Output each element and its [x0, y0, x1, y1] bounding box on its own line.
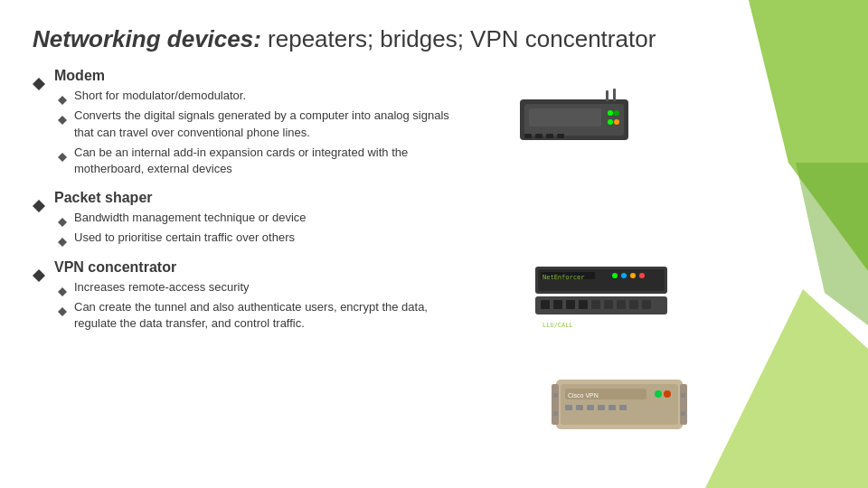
title-normal: repeaters; bridges; VPN concentrator [261, 25, 656, 52]
svg-rect-41 [598, 405, 605, 410]
svg-rect-43 [619, 405, 627, 410]
list-item: Can be an internal add-in expansion card… [58, 145, 835, 177]
section-modem: Modem Short for modulator/demodulator. C… [33, 68, 835, 179]
sub-bullet [58, 213, 67, 222]
svg-rect-12 [613, 89, 616, 101]
svg-rect-29 [629, 300, 638, 309]
sections-container: Modem Short for modulator/demodulator. C… [33, 68, 835, 333]
section-vpn-label: VPN concentrator [54, 259, 176, 276]
svg-rect-42 [609, 405, 616, 410]
svg-point-37 [664, 390, 671, 398]
svg-point-17 [612, 273, 618, 278]
section-modem-label: Modem [54, 68, 105, 84]
svg-rect-45 [680, 384, 687, 425]
list-item: Used to prioritise certain traffic over … [58, 230, 835, 246]
packet-shaper-sub-text-2: Used to prioritise certain traffic over … [74, 230, 295, 246]
modem-sub-text-3: Can be an internal add-in expansion card… [74, 145, 454, 177]
svg-rect-23 [553, 300, 562, 309]
svg-rect-44 [552, 384, 559, 425]
svg-rect-48 [681, 393, 685, 398]
section-modem-header: Modem [33, 68, 835, 84]
sub-bullet [58, 148, 67, 157]
svg-rect-22 [541, 300, 550, 309]
section-vpn-header: VPN concentrator [33, 259, 835, 276]
svg-rect-11 [606, 90, 609, 101]
svg-rect-27 [604, 300, 613, 309]
svg-text:Cisco VPN: Cisco VPN [568, 392, 599, 399]
svg-rect-10 [557, 134, 564, 138]
svg-rect-38 [565, 405, 572, 410]
svg-point-6 [614, 119, 619, 125]
svg-rect-30 [642, 300, 651, 309]
section-packet-shaper: Packet shaper Bandwidth management techn… [33, 190, 835, 248]
svg-point-18 [621, 273, 627, 278]
page-title: Networking devices: repeaters; bridges; … [33, 25, 835, 53]
modem-sub-items: Short for modulator/demodulator. Convert… [58, 88, 835, 179]
sub-bullet [58, 233, 67, 242]
packet-shaper-sub-text-1: Bandwidth management technique or device [74, 210, 307, 226]
svg-rect-39 [576, 405, 583, 410]
packet-shaper-sub-items: Bandwidth management technique or device… [58, 210, 835, 248]
section-vpn-concentrator: VPN concentrator Increases remote-access… [33, 259, 835, 334]
vpn-concentrator-image: Cisco VPN [552, 371, 687, 452]
svg-rect-24 [566, 300, 575, 309]
section-packet-shaper-header: Packet shaper [33, 190, 835, 206]
svg-point-20 [639, 273, 645, 278]
svg-rect-7 [524, 134, 532, 138]
svg-point-5 [608, 119, 613, 125]
svg-text:NetEnforcer: NetEnforcer [542, 274, 584, 281]
svg-rect-26 [591, 300, 600, 309]
svg-rect-2 [529, 108, 601, 127]
list-item: Converts the digital signals generated b… [58, 108, 835, 140]
modem-sub-text-1: Short for modulator/demodulator. [74, 88, 246, 104]
svg-point-19 [630, 273, 636, 278]
svg-rect-47 [553, 411, 558, 416]
vpn-sub-text-1: Increases remote-access security [74, 279, 250, 296]
svg-rect-28 [617, 300, 626, 309]
list-item: Bandwidth management technique or device [58, 210, 835, 226]
sub-bullet [58, 283, 67, 292]
sub-bullet [58, 91, 67, 100]
svg-rect-9 [546, 134, 553, 138]
title-italic: Networking devices: [33, 25, 261, 52]
vpn-sub-text-2: Can create the tunnel and also authentic… [74, 299, 454, 332]
bullet-modem [33, 71, 45, 84]
svg-point-36 [655, 390, 662, 398]
vpn-sub-items: Increases remote-access security Can cre… [58, 279, 835, 334]
list-item: Short for modulator/demodulator. [58, 88, 835, 104]
svg-rect-49 [681, 411, 685, 416]
svg-rect-40 [587, 405, 594, 410]
main-content: Networking devices: repeaters; bridges; … [0, 0, 868, 352]
packet-shaper-image: NetEnforcer LLU/CALL [533, 262, 669, 334]
svg-rect-46 [553, 393, 558, 398]
list-item: Increases remote-access security [58, 279, 835, 296]
modem-image [515, 86, 633, 149]
svg-point-4 [614, 110, 619, 116]
modem-sub-text-2: Converts the digital signals generated b… [74, 108, 454, 140]
sub-bullet [58, 111, 67, 120]
bullet-vpn [33, 263, 45, 276]
bullet-packet-shaper [33, 193, 45, 206]
svg-rect-8 [535, 134, 542, 138]
section-packet-shaper-label: Packet shaper [54, 190, 153, 206]
svg-point-3 [608, 110, 613, 116]
svg-text:LLU/CALL: LLU/CALL [542, 322, 573, 329]
svg-rect-25 [579, 300, 588, 309]
sub-bullet [58, 303, 67, 312]
list-item: Can create the tunnel and also authentic… [58, 299, 835, 332]
